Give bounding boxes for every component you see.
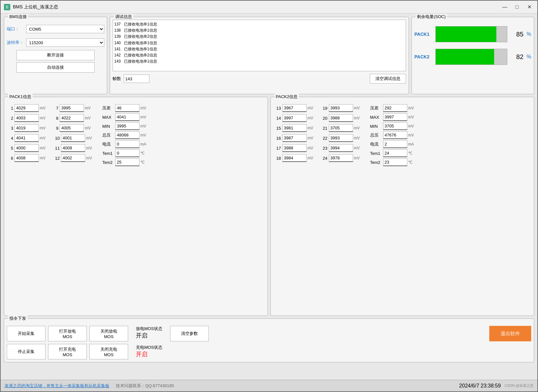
- pack1-temp2-input[interactable]: [115, 158, 139, 166]
- pack1-cell-4: 4 mV: [7, 134, 46, 142]
- pack2-temp2-input[interactable]: [383, 158, 407, 166]
- pack2-col2: 19 mV 20 mV 21 mV: [320, 104, 360, 167]
- open-discharge-button[interactable]: 打开放电MOS: [48, 326, 87, 341]
- pack1-soc-value: 85: [511, 31, 523, 38]
- pack1-cell-9-input[interactable]: [60, 124, 84, 132]
- pack1-cell-3: 3 mV: [7, 124, 46, 132]
- log-line-2: 138 已接收电池串1信息: [114, 27, 404, 34]
- pack1-min: MIN mV: [102, 122, 146, 130]
- pack2-temp1-input[interactable]: [383, 149, 407, 157]
- debug-panel-title: 调试信息: [114, 14, 133, 20]
- pack2-cell-21-input[interactable]: [329, 124, 353, 132]
- pack2-total-voltage-input[interactable]: [383, 131, 407, 139]
- pack1-voltage-diff: 压差 mV: [102, 104, 146, 112]
- pack2-cell-18-input[interactable]: [282, 154, 307, 162]
- pack1-cell-5-input[interactable]: [15, 144, 39, 152]
- pack2-col1: 13 mV 14 mV 15 mV: [273, 104, 313, 167]
- maximize-button[interactable]: □: [512, 3, 522, 11]
- pack1-voltage-diff-input[interactable]: [115, 104, 139, 112]
- pack1-cell-3-input[interactable]: [15, 124, 39, 132]
- app-icon: B: [4, 4, 10, 10]
- pack1-cell-12: 12 mV: [52, 154, 92, 162]
- log-line-5: 141 已接收电池串1信息: [114, 46, 404, 52]
- pack2-current-input[interactable]: [383, 140, 407, 148]
- taobao-link[interactable]: 洛溪之恋的淘宝店铺，有售主从一体采集板和从机采集板: [5, 383, 109, 389]
- pack2-soc-bar-fill: [436, 49, 494, 65]
- debug-footer: 帧数 清空调试信息: [113, 74, 406, 84]
- pack2-voltage-diff-input[interactable]: [383, 104, 407, 112]
- pack1-cell-12-input[interactable]: [61, 154, 85, 162]
- pack1-current-input[interactable]: [115, 140, 139, 148]
- pack2-cell-17-input[interactable]: [282, 144, 307, 152]
- pack1-cell-2-input[interactable]: [15, 114, 39, 122]
- pack1-soc-label: PACK1: [414, 32, 432, 37]
- pack1-cell-8: 8 mV: [52, 114, 92, 122]
- pack2-cell-20-input[interactable]: [329, 114, 353, 122]
- pack1-total-voltage-input[interactable]: [115, 131, 139, 139]
- pack1-cell-6: 6 mV: [7, 154, 46, 162]
- window-controls: — □ ✕: [500, 3, 534, 11]
- minimize-button[interactable]: —: [500, 3, 510, 11]
- pack1-cell-11-input[interactable]: [61, 144, 85, 152]
- close-button[interactable]: ✕: [524, 3, 534, 11]
- pack2-current: 电流 mA: [370, 140, 414, 148]
- cmd-col1: 开始采集 停止采集: [7, 326, 46, 359]
- stop-collect-button[interactable]: 停止采集: [7, 344, 46, 359]
- pack2-panel-title: PACK2信息: [275, 94, 299, 100]
- discharge-mos-value: 开启: [136, 332, 162, 339]
- pack2-cell-23-input[interactable]: [329, 144, 353, 152]
- pack1-temp1-input[interactable]: [115, 149, 139, 157]
- bottom-row: 指令下发 开始采集 停止采集 打开放电MOS 打开充电MOS 关闭放电MOS: [4, 318, 534, 377]
- disconnect-button[interactable]: 断开连接: [16, 50, 95, 60]
- pack1-min-input[interactable]: [115, 122, 139, 130]
- footer-watermark: CSDN @洛溪之恋: [505, 383, 533, 388]
- pack2-cell-13-input[interactable]: [282, 104, 307, 112]
- close-discharge-button[interactable]: 关闭放电MOS: [89, 326, 128, 341]
- pack1-current: 电流 mA: [102, 140, 146, 148]
- pack2-cell-22-input[interactable]: [329, 134, 353, 142]
- cmd-inner: 开始采集 停止采集 打开放电MOS 打开充电MOS 关闭放电MOS 关闭充电MO…: [7, 326, 531, 359]
- charge-mos-label: 充电MOS状态: [136, 345, 162, 350]
- footer: 洛溪之恋的淘宝店铺，有售主从一体采集板和从机采集板 技术问题联系：QQ:8774…: [1, 380, 537, 391]
- clear-debug-button[interactable]: 清空调试信息: [370, 74, 406, 84]
- titlebar: B BMS 上位机_洛溪之恋 — □ ✕: [1, 1, 537, 14]
- frame-value[interactable]: [124, 75, 149, 83]
- pack2-cell-24-input[interactable]: [329, 154, 353, 162]
- close-charge-button[interactable]: 关闭充电MOS: [89, 344, 128, 359]
- port-select[interactable]: COM5: [26, 25, 104, 33]
- pack1-cell-6-input[interactable]: [15, 154, 39, 162]
- exit-button[interactable]: 退出软件: [489, 326, 531, 341]
- log-line-7: 143 已接收电池串1信息: [114, 58, 404, 65]
- footer-datetime: 2024/6/7 23:38:59: [459, 383, 501, 389]
- pack2-max-input[interactable]: [383, 113, 407, 121]
- pack1-stats: 压差 mV MAX mV MIN mV: [100, 104, 146, 167]
- auto-connect-button[interactable]: 自动连接: [16, 62, 95, 73]
- pack1-cell-1-input[interactable]: [15, 104, 39, 112]
- pack2-voltage-diff: 压差 mV: [370, 104, 414, 112]
- discharge-mos-label: 放电MOS状态: [136, 326, 162, 332]
- debug-log[interactable]: 137 已接收电池串1信息 138 已接收电池串1信息 139 已接收电池串2信…: [113, 20, 406, 71]
- pack2-cell-15-input[interactable]: [282, 124, 307, 132]
- clear-params-button[interactable]: 清空参数: [170, 326, 209, 341]
- pack1-cell-10: 10 mV: [52, 134, 92, 142]
- start-collect-button[interactable]: 开始采集: [7, 326, 46, 341]
- log-line-4: 140 已接收电池串1信息: [114, 40, 404, 46]
- pack1-cell-7: 7 mV: [52, 104, 92, 112]
- pack2-min-input[interactable]: [383, 122, 407, 130]
- pack2-cell-18: 18 mV: [273, 154, 313, 162]
- pack1-cell-10-input[interactable]: [61, 134, 85, 142]
- pack1-cell-4-input[interactable]: [15, 134, 39, 142]
- pack2-cell-14-input[interactable]: [282, 114, 307, 122]
- open-charge-button[interactable]: 打开充电MOS: [48, 344, 87, 359]
- cmd-col3: 关闭放电MOS 关闭充电MOS: [89, 326, 128, 359]
- pack1-soc-unit: %: [527, 31, 531, 37]
- baud-select[interactable]: 115200: [26, 38, 104, 47]
- pack1-max-input[interactable]: [115, 113, 139, 121]
- pack2-cell-24: 24 mV: [320, 154, 360, 162]
- main-window: B BMS 上位机_洛溪之恋 — □ ✕ BMS连接 端口： COM5 波特: [0, 0, 538, 392]
- pack2-cell-19-input[interactable]: [329, 104, 353, 112]
- port-row: 端口： COM5: [7, 25, 104, 33]
- pack1-cell-8-input[interactable]: [60, 114, 84, 122]
- pack1-cell-7-input[interactable]: [60, 104, 84, 112]
- pack2-cell-16-input[interactable]: [282, 134, 307, 142]
